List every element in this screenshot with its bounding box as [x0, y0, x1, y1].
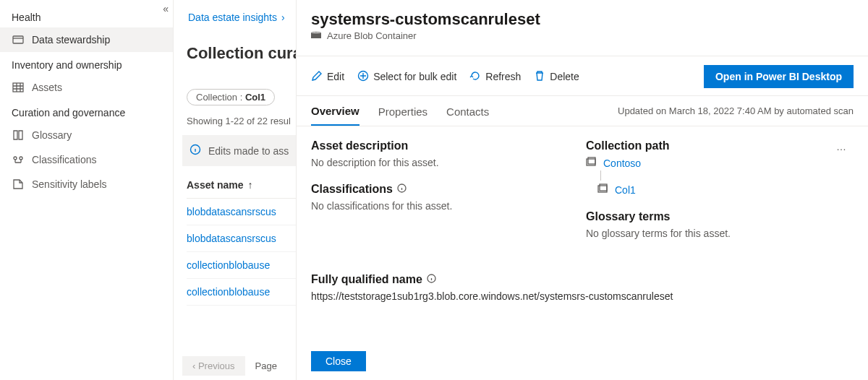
refresh-icon: [469, 70, 481, 84]
sidebar-item-label: Assets: [32, 82, 62, 93]
folder-icon: [597, 183, 608, 196]
fqn-heading: Fully qualified name: [311, 273, 854, 286]
pill-prefix: Collection :: [196, 92, 245, 103]
asset-list-panel: Data estate insights › Collection curati…: [174, 0, 297, 380]
nav-group-health: Health: [0, 4, 173, 27]
nav-group-inventory: Inventory and ownership: [0, 52, 173, 75]
column-header-asset-name[interactable]: Asset name ↑: [187, 179, 296, 199]
folder-icon: [586, 157, 596, 169]
asset-title: systemsrs-customscanruleset: [311, 10, 854, 29]
updated-source: automated scan: [786, 105, 854, 116]
collection-filter-pill[interactable]: Collection : Col1: [187, 89, 275, 105]
sidebar-item-label: Sensitivity labels: [32, 178, 107, 190]
data-stewardship-icon: [12, 33, 25, 46]
asset-subtype: Azure Blob Container: [311, 30, 854, 41]
results-count: Showing 1-22 of 22 resul: [182, 105, 296, 135]
classifications-icon: [12, 153, 25, 166]
sidebar-item-sensitivity-labels[interactable]: Sensitivity labels: [0, 172, 173, 197]
asset-description-value: No description for this asset.: [311, 157, 579, 168]
sidebar-item-label: Classifications: [32, 154, 96, 165]
edits-info-text: Edits made to ass: [208, 145, 289, 157]
page-label: Page: [255, 360, 277, 371]
sidebar-item-label: Glossary: [32, 129, 72, 141]
asset-description-heading: Asset description: [311, 139, 579, 152]
refresh-button[interactable]: Refresh: [469, 70, 521, 84]
close-button[interactable]: Close: [311, 351, 366, 371]
classifications-value: No classifications for this asset.: [311, 200, 579, 212]
info-icon[interactable]: [427, 273, 436, 286]
updated-meta: Updated on March 18, 2022 7:40 AM by aut…: [618, 105, 854, 116]
tab-contacts[interactable]: Contacts: [446, 97, 489, 125]
sort-asc-icon: ↑: [248, 179, 253, 191]
storage-container-icon: [311, 30, 321, 41]
glossary-terms-value: No glossary terms for this asset.: [586, 228, 854, 239]
table-row[interactable]: collectionblobause: [187, 279, 296, 306]
table-row[interactable]: blobdatascansrscus: [187, 199, 296, 225]
column-header-text: Asset name: [187, 179, 244, 191]
svg-point-3: [20, 157, 22, 160]
command-bar: Edit Select for bulk edit Refresh Delete…: [297, 56, 868, 96]
collection-path-child[interactable]: Col1: [597, 183, 854, 196]
svg-rect-1: [13, 83, 23, 92]
sidebar-item-glossary[interactable]: Glossary: [0, 123, 173, 147]
asset-detail-panel: systemsrs-customscanruleset Azure Blob C…: [297, 0, 868, 380]
collapse-sidebar-icon[interactable]: «: [163, 3, 169, 14]
svg-point-2: [14, 157, 17, 160]
pill-value: Col1: [245, 92, 265, 103]
tab-properties[interactable]: Properties: [378, 97, 427, 125]
edits-info-bar: Edits made to ass: [182, 135, 297, 166]
breadcrumb[interactable]: Data estate insights ›: [182, 7, 296, 33]
info-icon[interactable]: [397, 183, 407, 196]
info-icon: [190, 144, 201, 157]
tabs: Overview Properties Contacts Updated on …: [297, 96, 868, 126]
collection-path-root[interactable]: Contoso: [586, 157, 854, 169]
sidebar-item-assets[interactable]: Assets: [0, 75, 173, 100]
open-power-bi-button[interactable]: Open in Power BI Desktop: [704, 65, 854, 88]
select-bulk-edit-button[interactable]: Select for bulk edit: [357, 70, 456, 84]
glossary-terms-heading: Glossary terms: [586, 210, 854, 223]
svg-rect-0: [13, 36, 23, 43]
nav-group-curation: Curation and governance: [0, 100, 173, 123]
sensitivity-labels-icon: [12, 178, 25, 191]
breadcrumb-root: Data estate insights: [188, 12, 277, 23]
delete-icon: [534, 70, 545, 84]
edit-button[interactable]: Edit: [311, 70, 344, 84]
pagination: ‹ Previous Page: [182, 356, 277, 376]
assets-icon: [12, 81, 25, 94]
delete-button[interactable]: Delete: [534, 70, 579, 84]
left-nav: « Health Data stewardship Inventory and …: [0, 0, 174, 380]
sidebar-item-classifications[interactable]: Classifications: [0, 147, 173, 172]
chevron-right-icon: ›: [281, 12, 285, 23]
asset-table: Asset name ↑ blobdatascansrscus blobdata…: [182, 179, 296, 306]
more-icon[interactable]: …: [836, 141, 848, 152]
page-title: Collection curati: [182, 44, 296, 79]
sidebar-item-label: Data stewardship: [32, 34, 110, 46]
asset-subtype-text: Azure Blob Container: [327, 30, 417, 41]
table-row[interactable]: collectionblobause: [187, 252, 296, 279]
tree-connector: [600, 170, 601, 181]
glossary-icon: [12, 129, 25, 142]
collection-path-heading: Collection path: [586, 139, 854, 152]
classifications-heading: Classifications: [311, 183, 579, 196]
previous-button[interactable]: ‹ Previous: [182, 356, 245, 376]
fqn-value: https://teststorage1sub1rg3.blob.core.wi…: [311, 290, 854, 302]
tab-overview[interactable]: Overview: [311, 96, 359, 126]
sidebar-item-data-stewardship[interactable]: Data stewardship: [0, 27, 173, 52]
plus-circle-icon: [357, 70, 369, 84]
chevron-left-icon: ‹: [192, 360, 198, 371]
table-row[interactable]: blobdatascansrscus: [187, 225, 296, 252]
edit-icon: [311, 70, 323, 84]
